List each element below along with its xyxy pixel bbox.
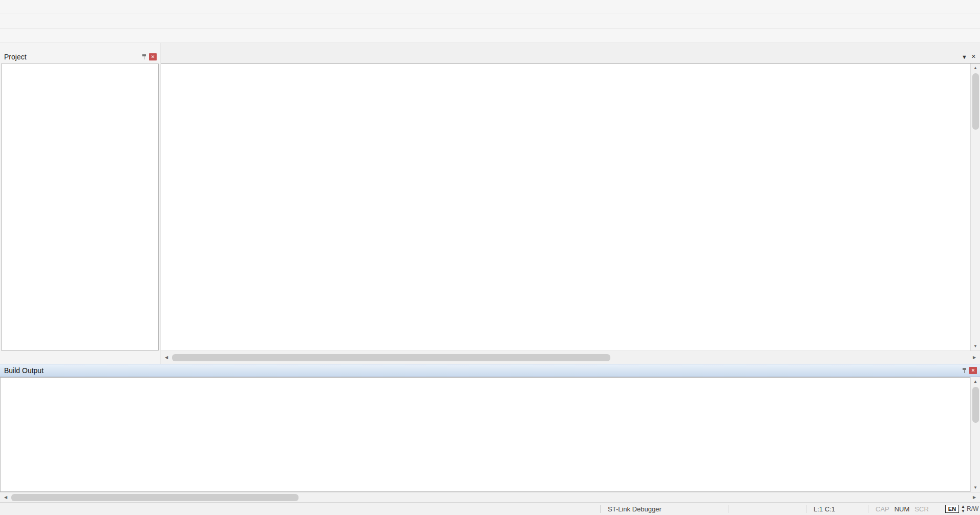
panel-spacer (0, 43, 160, 50)
scroll-left-icon[interactable]: ◀ (0, 492, 11, 502)
editor-tabstrip: ▼ ✕ (161, 43, 980, 64)
build-output-header: Build Output ✕ (0, 364, 980, 377)
project-panel-header: Project ✕ (0, 50, 160, 64)
panel-tab-bar (0, 351, 160, 364)
build-output-panel: Build Output ✕ ▲ ▼ ◀ ▶ (0, 364, 980, 502)
editor-column: ▼ ✕ ▲ ▼ ◀ ▶ (161, 43, 980, 364)
close-tab-icon[interactable]: ✕ (971, 53, 976, 60)
status-bar: ST-Link Debugger L:1 C:1 CAPNUMSCR EN ▲▼… (0, 502, 980, 515)
status-lock-keys: CAPNUMSCR (868, 505, 941, 513)
project-panel-title: Project (4, 53, 27, 61)
build-output-hscrollbar[interactable]: ◀ ▶ (0, 492, 980, 502)
menubar (0, 0, 980, 13)
num-lock-indicator: NUM (894, 505, 910, 513)
build-output-title: Build Output (4, 366, 44, 375)
scroll-thumb[interactable] (972, 73, 979, 130)
scroll-lock-indicator: SCR (914, 505, 928, 513)
scroll-thumb[interactable] (172, 354, 610, 361)
build-toolbar (0, 29, 980, 43)
scroll-left-icon[interactable]: ◀ (161, 351, 172, 364)
pin-icon[interactable] (962, 367, 967, 374)
workspace: Project ✕ ▼ ✕ ▲ ▼ ◀ (0, 43, 980, 364)
editor-vscrollbar[interactable]: ▲ ▼ (970, 64, 980, 351)
status-debugger: ST-Link Debugger (601, 505, 729, 513)
project-tree (1, 64, 159, 351)
language-spinner-icon[interactable]: ▲▼ (961, 504, 965, 513)
scroll-right-icon[interactable]: ▶ (969, 492, 980, 502)
scroll-thumb[interactable] (11, 494, 299, 501)
build-output-log[interactable] (0, 377, 970, 492)
build-output-vscrollbar[interactable]: ▲ ▼ (970, 377, 980, 492)
close-panel-icon[interactable]: ✕ (969, 367, 977, 374)
status-cursor-position: L:1 C:1 (806, 505, 868, 513)
status-rw: R/W (967, 505, 980, 512)
scroll-down-icon[interactable]: ▼ (971, 483, 980, 492)
caps-lock-indicator: CAP (876, 505, 889, 513)
file-toolbar (0, 13, 980, 29)
project-panel: Project ✕ (0, 43, 160, 364)
scroll-thumb[interactable] (972, 387, 979, 423)
scroll-up-icon[interactable]: ▲ (971, 377, 980, 386)
scroll-right-icon[interactable]: ▶ (969, 351, 980, 364)
scroll-down-icon[interactable]: ▼ (971, 342, 980, 351)
tab-list-dropdown-icon[interactable]: ▼ (962, 54, 967, 60)
close-panel-icon[interactable]: ✕ (149, 53, 157, 60)
scroll-up-icon[interactable]: ▲ (971, 64, 980, 72)
code-editor[interactable] (161, 64, 970, 351)
input-language-badge[interactable]: EN (945, 505, 959, 513)
pin-icon[interactable] (142, 54, 146, 60)
editor-hscrollbar[interactable]: ◀ ▶ (161, 351, 980, 364)
